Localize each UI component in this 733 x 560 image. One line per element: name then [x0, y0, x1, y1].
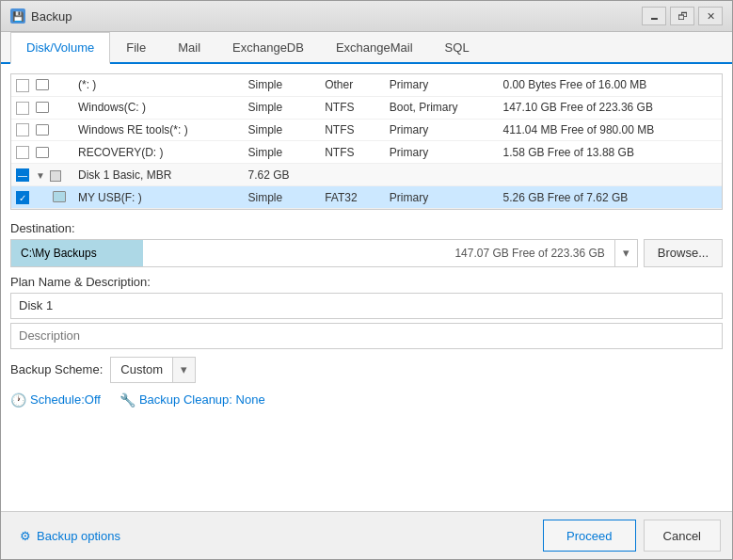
row-type: Other — [317, 74, 382, 96]
destination-select[interactable]: C:\My Backups 147.07 GB Free of 223.36 G… — [10, 239, 638, 267]
row-layout: Simple — [241, 119, 318, 141]
restore-button[interactable]: 🗗 — [670, 7, 694, 25]
close-button[interactable]: ✕ — [698, 7, 723, 25]
form-section: Destination: C:\My Backups 147.07 GB Fre… — [10, 221, 723, 502]
destination-row: Destination: C:\My Backups 147.07 GB Fre… — [10, 221, 723, 267]
row-checkbox[interactable] — [16, 79, 29, 92]
destination-dropdown-arrow[interactable]: ▾ — [614, 240, 637, 266]
row-status: Primary — [382, 141, 496, 164]
title-bar-left: 💾 Backup — [10, 8, 72, 24]
disk-group-icon — [50, 170, 61, 182]
schedule-link[interactable]: 🕐 Schedule:Off — [10, 392, 101, 408]
backup-options-icon: ⚙ — [20, 529, 31, 543]
plan-name-input[interactable] — [10, 293, 723, 319]
schedule-icon: 🕐 — [10, 392, 26, 408]
row-name: RECOVERY(D: ) — [71, 141, 241, 164]
destination-label: Destination: — [10, 221, 723, 235]
backup-options-label: Backup options — [37, 529, 120, 543]
row-free: 0.00 Bytes Free of 16.00 MB — [495, 74, 722, 96]
main-content: (*: ) Simple Other Primary 0.00 Bytes Fr… — [1, 64, 732, 511]
row-name: MY USB(F: ) — [71, 186, 241, 209]
row-type: FAT32 — [317, 186, 382, 209]
browse-button[interactable]: Browse... — [644, 239, 723, 267]
window-controls: 🗕 🗗 ✕ — [642, 7, 723, 25]
table-row[interactable]: RECOVERY(D: ) Simple NTFS Primary 1.58 G… — [11, 141, 722, 164]
destination-path: C:\My Backups — [11, 240, 143, 266]
tab-sql[interactable]: SQL — [429, 32, 486, 64]
row-status — [382, 164, 496, 186]
disk-volume-table: (*: ) Simple Other Primary 0.00 Bytes Fr… — [10, 73, 723, 210]
disk-icon — [36, 147, 49, 158]
row-free: 147.10 GB Free of 223.36 GB — [495, 96, 722, 119]
proceed-button[interactable]: Proceed — [543, 520, 635, 552]
cancel-button[interactable]: Cancel — [644, 520, 721, 552]
scheme-dropdown-arrow[interactable]: ▾ — [172, 358, 195, 382]
table-row-selected[interactable]: ✓ MY USB(F: ) Simple FAT32 Primary 5.26 … — [11, 186, 722, 209]
row-free: 5.26 GB Free of 7.62 GB — [495, 186, 722, 209]
tab-mail[interactable]: Mail — [162, 32, 216, 64]
title-bar: 💾 Backup 🗕 🗗 ✕ — [1, 1, 732, 32]
plan-name-row: Plan Name & Description: — [10, 275, 723, 349]
backup-scheme-select[interactable]: Custom ▾ — [110, 357, 196, 383]
row-status: Primary — [382, 186, 496, 209]
row-type: NTFS — [317, 96, 382, 119]
main-window: 💾 Backup 🗕 🗗 ✕ Disk/Volume File Mail Exc… — [0, 0, 733, 560]
backup-scheme-label: Backup Scheme: — [10, 362, 103, 376]
row-free: 411.04 MB Free of 980.00 MB — [495, 119, 722, 141]
row-status: Primary — [382, 119, 496, 141]
row-status: Boot, Primary — [382, 96, 496, 119]
schedule-label: Schedule:Off — [30, 392, 101, 407]
description-input[interactable] — [10, 323, 723, 349]
tab-exchange-mail[interactable]: ExchangeMail — [320, 32, 429, 64]
tree-arrow-icon[interactable]: ▼ — [36, 170, 45, 181]
disk-icon — [53, 191, 66, 202]
row-type — [317, 164, 382, 186]
tab-exchange-db[interactable]: ExchangeDB — [216, 32, 320, 64]
backup-options-button[interactable]: ⚙ Backup options — [12, 525, 128, 547]
bottom-bar: ⚙ Backup options Proceed Cancel — [1, 511, 732, 559]
tab-disk-volume[interactable]: Disk/Volume — [10, 32, 110, 64]
row-status: Primary — [382, 74, 496, 96]
row-free — [495, 164, 722, 186]
row-layout: Simple — [241, 96, 318, 119]
row-type: NTFS — [317, 119, 382, 141]
cleanup-label: Backup Cleanup: None — [139, 392, 265, 407]
backup-scheme-row: Backup Scheme: Custom ▾ — [10, 357, 723, 383]
tab-bar: Disk/Volume File Mail ExchangeDB Exchang… — [1, 32, 732, 64]
table-row-group[interactable]: — ▼ Disk 1 Basic, MBR 7.62 GB — [11, 164, 722, 186]
disk-icon — [36, 102, 49, 113]
row-name: (*: ) — [71, 74, 241, 96]
table-row[interactable]: Windows RE tools(*: ) Simple NTFS Primar… — [11, 119, 722, 141]
bottom-actions: Proceed Cancel — [543, 520, 721, 552]
app-icon: 💾 — [10, 8, 25, 24]
backup-scheme-value: Custom — [111, 362, 172, 376]
row-name: Disk 1 Basic, MBR — [71, 164, 241, 186]
row-checkbox[interactable] — [16, 123, 29, 136]
row-checkbox[interactable] — [16, 146, 29, 159]
row-checkbox-partial[interactable]: — — [16, 168, 29, 182]
cleanup-link[interactable]: 🔧 Backup Cleanup: None — [120, 392, 265, 408]
row-layout: Simple — [241, 74, 318, 96]
schedule-row: 🕐 Schedule:Off 🔧 Backup Cleanup: None — [10, 392, 723, 408]
cleanup-icon: 🔧 — [120, 392, 135, 408]
window-title: Backup — [31, 9, 72, 24]
table-row[interactable]: (*: ) Simple Other Primary 0.00 Bytes Fr… — [11, 74, 722, 96]
disk-icon — [36, 124, 49, 136]
destination-input-row: C:\My Backups 147.07 GB Free of 223.36 G… — [10, 239, 723, 267]
destination-free-space: 147.07 GB Free of 223.36 GB — [143, 240, 614, 266]
disk-icon — [36, 79, 49, 90]
row-layout: Simple — [241, 141, 318, 164]
row-free: 1.58 GB Free of 13.88 GB — [495, 141, 722, 164]
row-checkbox[interactable] — [16, 102, 29, 115]
row-layout: Simple — [241, 186, 318, 209]
row-name: Windows RE tools(*: ) — [71, 119, 241, 141]
table-row[interactable]: Windows(C: ) Simple NTFS Boot, Primary 1… — [11, 96, 722, 119]
row-name: Windows(C: ) — [71, 96, 241, 119]
row-layout: 7.62 GB — [241, 164, 318, 186]
row-checkbox-checked[interactable]: ✓ — [16, 191, 29, 204]
minimize-button[interactable]: 🗕 — [642, 7, 666, 25]
tab-file[interactable]: File — [110, 32, 162, 64]
plan-name-label: Plan Name & Description: — [10, 275, 723, 289]
row-type: NTFS — [317, 141, 382, 164]
